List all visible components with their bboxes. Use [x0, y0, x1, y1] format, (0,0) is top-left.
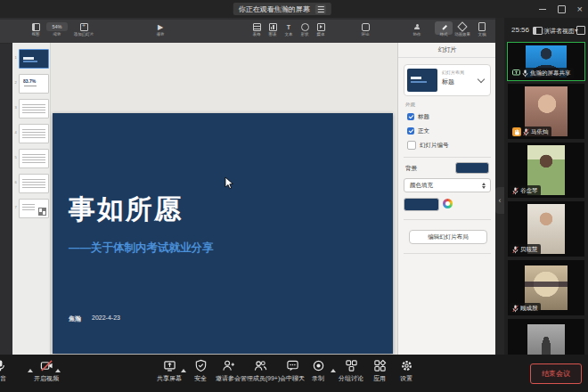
add-slide-icon	[80, 23, 88, 31]
slide-thumbnail-5[interactable]	[19, 149, 49, 168]
view-mode-selector[interactable]: 演讲者视图	[543, 27, 575, 36]
mic-muted-icon	[512, 246, 519, 254]
keynote-document-button[interactable]: 文稿	[469, 22, 495, 37]
participant-label: 马依灿	[510, 127, 551, 137]
participant-tile[interactable]	[508, 319, 584, 355]
keynote-comment-button[interactable]: 评论	[352, 22, 379, 37]
video-options-caret[interactable]	[55, 369, 61, 372]
chevron-down-icon	[478, 76, 485, 83]
camera-off-icon	[23, 359, 69, 373]
slide-navigator: 1 2 83.7% 3 4 5 6 7	[12, 43, 51, 355]
close-icon[interactable]: ×	[577, 4, 583, 14]
slide-thumbnail-1[interactable]	[19, 49, 49, 69]
slide-thumbnail-7[interactable]	[19, 199, 49, 218]
keynote-media-button[interactable]: 媒体	[307, 22, 334, 37]
appearance-section-label: 外观	[405, 102, 415, 108]
participant-label: 谷念琴	[510, 185, 541, 196]
text-icon: T	[287, 24, 290, 30]
comment-icon	[362, 23, 370, 31]
participant-label: 焦瀚的屏幕共享	[510, 68, 574, 78]
keynote-toolbar: 视图 54% 缩放 添加幻灯片 ▶ 播放 表格 图表	[0, 20, 495, 44]
format-panel: 幻灯片 幻灯片布局 标题 外观 标题 正文 幻灯片编号 背景	[397, 43, 495, 355]
layout-view-icon	[533, 27, 543, 35]
checkbox-checked-icon	[407, 113, 414, 120]
zoom-value: 54%	[46, 22, 68, 31]
end-meeting-button[interactable]: 结束会议	[530, 363, 582, 384]
slide-number: 1	[13, 55, 18, 60]
slide-thumbnail-6[interactable]	[19, 174, 49, 193]
meeting-timer: 25:56	[511, 26, 529, 34]
fill-type-dropdown[interactable]: 颜色填充	[404, 178, 491, 192]
current-slide[interactable]: 事如所愿 ——关于体制内考试就业分享 焦瀚 2022-4-23	[53, 113, 393, 354]
sidebar-collapse-strip: ‹	[495, 18, 504, 355]
sidebar-header: 25:56 演讲者视图	[504, 18, 588, 41]
mute-button[interactable]: 静音	[0, 359, 23, 383]
mic-on-icon	[522, 69, 528, 78]
watching-banner: 你正在观看焦瀚的屏幕	[233, 3, 331, 15]
slide-number: 3	[13, 105, 18, 110]
layout-preview-thumbnail	[407, 69, 437, 92]
document-icon	[478, 22, 486, 31]
fill-color-well[interactable]	[404, 198, 439, 211]
checkbox-slide-number[interactable]: 幻灯片编号	[407, 141, 449, 150]
fullscreen-icon[interactable]	[576, 26, 585, 35]
participant-tile[interactable]: 贝筱慧	[508, 201, 584, 257]
watching-banner-text: 你正在观看焦瀚的屏幕	[239, 4, 310, 14]
slide-thumbnail-4[interactable]	[19, 124, 49, 143]
format-brush-icon	[441, 24, 447, 30]
slide-date: 2022-4-23	[92, 314, 120, 321]
slide-layout-selector[interactable]: 幻灯片布局 标题	[404, 64, 491, 96]
background-section-label: 背景	[405, 165, 417, 173]
slide-number: 2	[13, 80, 18, 85]
color-wheel-icon[interactable]	[443, 199, 453, 208]
avatar	[527, 324, 565, 355]
keynote-add-slide-button[interactable]: 添加幻灯片	[69, 22, 99, 37]
top-bar: 你正在观看焦瀚的屏幕 ×	[0, 0, 588, 18]
mic-icon	[0, 359, 23, 373]
edit-slide-layout-button[interactable]: 编辑幻灯片布局	[409, 230, 487, 244]
background-color-swatch[interactable]	[455, 162, 489, 174]
collapse-sidebar-handle[interactable]: ‹	[495, 187, 504, 214]
screen-share-icon	[512, 69, 520, 77]
mic-muted-icon	[512, 187, 519, 195]
slide-number: 7	[13, 205, 18, 209]
gear-icon	[383, 359, 429, 373]
slide-title: 事如所愿	[69, 192, 183, 228]
collaborate-icon	[414, 24, 421, 30]
meeting-toolbar: 静音 开启视频 共享屏幕 安全 邀请参会	[0, 355, 588, 392]
slide-thumbnail-3[interactable]	[19, 99, 49, 118]
slide-number: 6	[13, 180, 18, 184]
slide-thumbnail-2[interactable]: 83.7%	[19, 74, 49, 94]
start-video-button[interactable]: 开启视频	[23, 359, 69, 383]
participant-tile[interactable]: 顾成殷	[508, 260, 584, 315]
keynote-play-button[interactable]: ▶ 播放	[147, 22, 174, 37]
meeting-window: 你正在观看焦瀚的屏幕 × 视图 54% 缩放 添加幻灯片	[0, 0, 588, 392]
settings-button[interactable]: 设置	[383, 359, 429, 383]
keynote-zoom-control[interactable]: 54% 缩放	[44, 22, 70, 37]
checkbox-unchecked-icon	[407, 141, 416, 150]
participant-tile[interactable]: 谷念琴	[508, 143, 584, 198]
raise-hand-icon	[512, 127, 521, 136]
slide-author: 焦瀚	[69, 314, 81, 323]
checkbox-checked-icon	[407, 127, 414, 135]
slide-subtitle: ——关于体制内考试就业分享	[69, 241, 214, 256]
stepper-icon[interactable]	[480, 181, 487, 190]
mic-muted-icon	[512, 305, 519, 313]
checkbox-body[interactable]: 正文	[407, 127, 429, 135]
mouse-cursor	[225, 176, 234, 190]
checkbox-title[interactable]: 标题	[407, 112, 429, 121]
window-controls: ×	[539, 0, 583, 18]
participants-sidebar: 25:56 演讲者视图 焦瀚的屏幕共享	[504, 18, 588, 355]
slide-canvas: 事如所愿 ——关于体制内考试就业分享 焦瀚 2022-4-23	[51, 43, 397, 355]
participant-tile[interactable]: 马依灿	[508, 84, 584, 139]
slide-number: 4	[13, 130, 18, 135]
maximize-icon[interactable]	[558, 5, 566, 13]
view-icon	[32, 23, 40, 31]
minimize-icon[interactable]	[539, 9, 546, 10]
slide-number: 5	[13, 155, 18, 159]
shared-screen: 视图 54% 缩放 添加幻灯片 ▶ 播放 表格 图表	[0, 18, 495, 355]
banner-menu-icon[interactable]	[315, 4, 326, 14]
participant-label: 贝筱慧	[510, 244, 541, 255]
keynote-collaborate-button[interactable]: 协作	[404, 22, 430, 37]
participant-tile-sharing[interactable]: 焦瀚的屏幕共享	[508, 43, 584, 80]
